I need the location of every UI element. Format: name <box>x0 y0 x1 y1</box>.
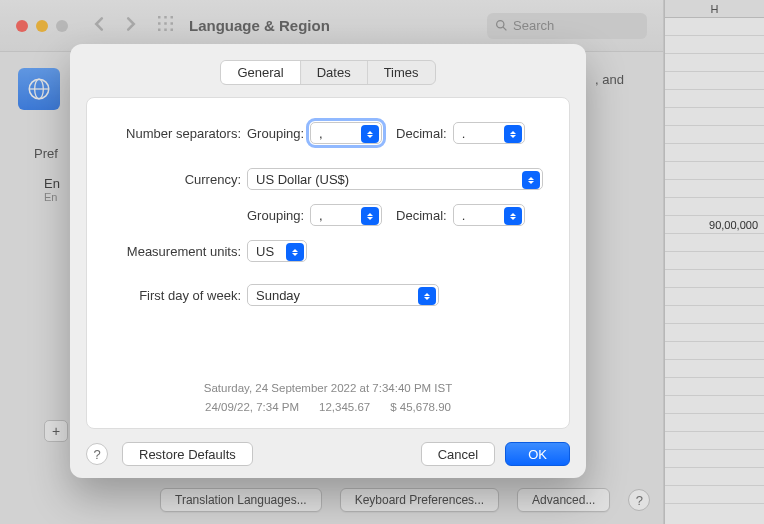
label-measurement: Measurement units: <box>107 244 247 259</box>
chevron-updown-icon <box>361 207 379 225</box>
measurement-value: US <box>256 244 274 259</box>
number-decimal-select[interactable]: . <box>453 122 525 144</box>
currency-decimal-value: . <box>462 208 466 223</box>
number-grouping-select[interactable]: , <box>310 122 382 144</box>
label-currency: Currency: <box>107 172 247 187</box>
preview-currency: $ 45,678.90 <box>390 399 451 416</box>
chevron-updown-icon <box>504 207 522 225</box>
chevron-updown-icon <box>522 171 540 189</box>
number-decimal-value: . <box>462 126 466 141</box>
chevron-updown-icon <box>418 287 436 305</box>
first-day-value: Sunday <box>256 288 300 303</box>
modal-footer: ? Restore Defaults Cancel OK <box>86 442 570 466</box>
first-day-select[interactable]: Sunday <box>247 284 439 306</box>
currency-value: US Dollar (US$) <box>256 172 349 187</box>
ok-button[interactable]: OK <box>505 442 570 466</box>
modal-content: Number separators: Grouping: , Decimal: … <box>86 97 570 429</box>
format-preview: Saturday, 24 September 2022 at 7:34:40 P… <box>87 380 569 417</box>
chevron-updown-icon <box>361 125 379 143</box>
number-grouping-value: , <box>319 126 323 141</box>
currency-grouping-value: , <box>319 208 323 223</box>
chevron-updown-icon <box>504 125 522 143</box>
tab-times[interactable]: Times <box>368 61 435 84</box>
label-number-separators: Number separators: <box>107 126 247 141</box>
chevron-updown-icon <box>286 243 304 261</box>
measurement-select[interactable]: US <box>247 240 307 262</box>
preview-date-short: 24/09/22, 7:34 PM <box>205 399 299 416</box>
label-cur-decimal: Decimal: <box>396 208 447 223</box>
currency-decimal-select[interactable]: . <box>453 204 525 226</box>
preview-number: 12,345.67 <box>319 399 370 416</box>
tab-dates[interactable]: Dates <box>301 61 367 84</box>
cancel-button[interactable]: Cancel <box>421 442 495 466</box>
label-cur-grouping: Grouping: <box>247 208 304 223</box>
currency-select[interactable]: US Dollar (US$) <box>247 168 543 190</box>
label-decimal: Decimal: <box>396 126 447 141</box>
tab-general[interactable]: General <box>221 61 299 84</box>
label-grouping: Grouping: <box>247 126 304 141</box>
label-first-day: First day of week: <box>107 288 247 303</box>
currency-grouping-select[interactable]: , <box>310 204 382 226</box>
restore-defaults-button[interactable]: Restore Defaults <box>122 442 253 466</box>
preview-date-long: Saturday, 24 September 2022 at 7:34:40 P… <box>87 380 569 397</box>
segmented-control: General Dates Times <box>220 60 435 85</box>
advanced-modal: General Dates Times Number separators: G… <box>70 44 586 478</box>
help-button[interactable]: ? <box>86 443 108 465</box>
